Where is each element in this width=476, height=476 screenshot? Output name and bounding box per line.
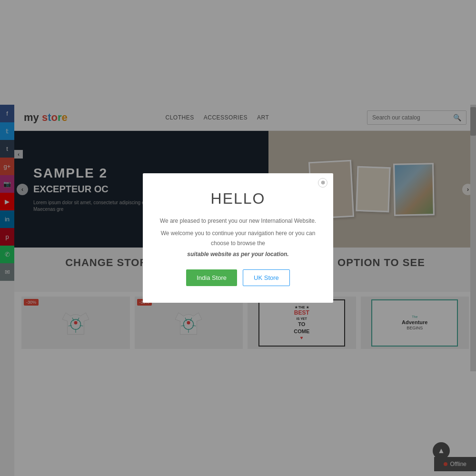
modal-title: HELLO [157,190,319,208]
india-store-button[interactable]: India Store [186,269,237,286]
modal-box: ⊗ HELLO We are pleased to present you ou… [143,173,333,303]
modal-overlay: ⊗ HELLO We are pleased to present you ou… [0,0,476,476]
modal-buttons: India Store UK Store [157,269,319,286]
uk-store-button[interactable]: UK Store [243,269,290,286]
modal-close-button[interactable]: ⊗ [318,178,327,188]
modal-text-1: We are pleased to present you our new In… [157,216,319,226]
modal-text-italic: suitable website as per your location. [157,251,319,258]
modal-text-2: We welcome you to continue your navigati… [157,228,319,248]
